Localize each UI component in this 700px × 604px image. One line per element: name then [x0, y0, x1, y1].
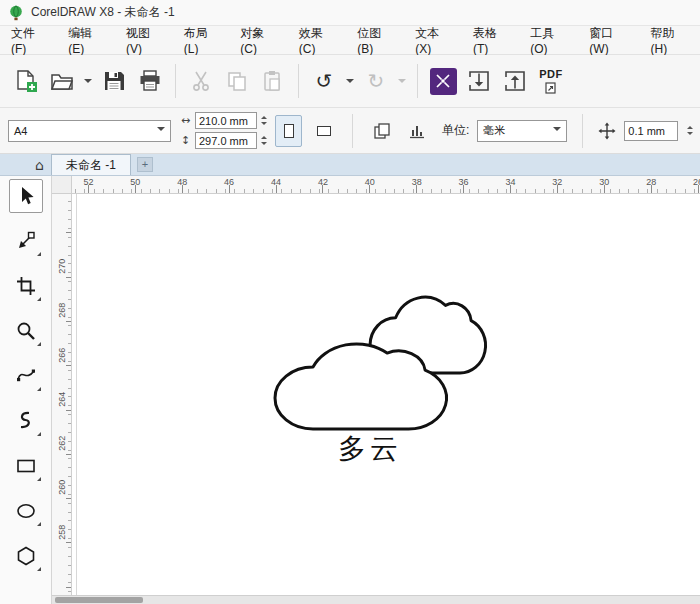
coreldraw-logo-icon [8, 5, 24, 21]
import-button[interactable] [461, 60, 497, 102]
document-tab-bar: ⌂ 未命名 -1 + [0, 154, 700, 176]
step-down-icon[interactable] [687, 132, 693, 135]
launcher-button[interactable] [425, 60, 461, 102]
ruler-number: 44 [253, 177, 300, 187]
save-button[interactable] [96, 60, 132, 102]
export-button[interactable] [497, 60, 533, 102]
menu-item[interactable]: 对象(C) [231, 26, 290, 54]
freehand-tool[interactable] [9, 359, 43, 393]
height-stepper[interactable] [261, 136, 267, 145]
step-up-icon[interactable] [261, 116, 267, 119]
page-size-value: A4 [14, 125, 27, 137]
menu-item[interactable]: 帮助(H) [641, 26, 700, 54]
import-icon [467, 69, 491, 93]
undo-button[interactable]: ↺ [306, 60, 342, 102]
horizontal-scrollbar[interactable] [52, 595, 700, 604]
redo-dropdown-button[interactable] [394, 60, 410, 102]
nudge-offset-input[interactable] [624, 121, 678, 141]
ruler-number: 38 [393, 177, 440, 187]
vertical-ruler[interactable]: 270268266264262260258 [52, 194, 72, 604]
landscape-button[interactable] [310, 115, 337, 147]
step-up-icon[interactable] [687, 126, 693, 129]
polygon-tool[interactable] [9, 539, 43, 573]
rectangle-tool[interactable] [9, 449, 43, 483]
ruler-number: 34 [487, 177, 534, 187]
menu-item[interactable]: 布局(L) [175, 26, 232, 54]
new-document-tab-button[interactable]: + [137, 157, 153, 172]
artistic-media-tool[interactable] [9, 404, 43, 438]
copy-button[interactable] [219, 60, 255, 102]
caption-text-object[interactable]: 多云 [308, 430, 432, 468]
vertical-ruler-numbers: 270268266264262260258 [52, 244, 72, 554]
document-tab-active[interactable]: 未命名 -1 [51, 154, 131, 175]
redo-icon: ↻ [368, 71, 385, 91]
ruler-number: 26 [675, 177, 700, 187]
step-up-icon[interactable] [261, 136, 267, 139]
step-down-icon[interactable] [261, 122, 267, 125]
ruler-number: 40 [346, 177, 393, 187]
paste-clipboard-icon [262, 70, 284, 92]
scrollbar-thumb[interactable] [55, 597, 143, 603]
nudge-stepper[interactable] [687, 126, 693, 135]
page-height-input[interactable] [195, 132, 257, 149]
new-document-button[interactable] [8, 60, 44, 102]
ellipse-tool[interactable] [9, 494, 43, 528]
chevron-down-icon [553, 127, 561, 135]
page-width-input[interactable] [195, 112, 257, 129]
ruler-number: 46 [206, 177, 253, 187]
drawing-layer[interactable] [72, 194, 700, 604]
redo-button[interactable]: ↻ [358, 60, 394, 102]
portrait-button[interactable] [275, 115, 302, 147]
page-width-row: ↔ [179, 112, 267, 129]
crop-tool[interactable] [9, 269, 43, 303]
units-value: 毫米 [483, 123, 505, 138]
pick-tool[interactable] [9, 179, 43, 213]
menu-item[interactable]: 效果(C) [290, 26, 349, 54]
menu-item[interactable]: 表格(T) [464, 26, 521, 54]
menu-item[interactable]: 文件(F) [2, 26, 59, 54]
publish-pdf-button[interactable]: PDF [533, 60, 569, 102]
units-label: 单位: [442, 122, 469, 139]
export-icon [503, 69, 527, 93]
zoom-tool-icon [16, 321, 36, 341]
ruler-number: 50 [112, 177, 159, 187]
open-button[interactable] [44, 60, 80, 102]
flyout-indicator [37, 567, 41, 571]
horizontal-ruler-numbers: 5250484644424038363432302826 [65, 177, 700, 187]
launcher-icon [430, 68, 457, 95]
chevron-down-icon [157, 127, 165, 135]
print-button[interactable] [132, 60, 168, 102]
menu-item[interactable]: 位图(B) [348, 26, 406, 54]
page-size-select[interactable]: A4 [8, 120, 171, 142]
current-page-button[interactable] [403, 115, 430, 147]
ruler-number: 32 [534, 177, 581, 187]
zoom-tool[interactable] [9, 314, 43, 348]
freehand-tool-icon [16, 366, 36, 386]
step-down-icon[interactable] [261, 142, 267, 145]
canvas-row: 270268266264262260258 多云 [52, 194, 700, 604]
menu-item[interactable]: 文本(X) [406, 26, 464, 54]
drawing-page[interactable]: 多云 [72, 194, 700, 604]
horizontal-ruler-row: 5250484644424038363432302826 [52, 176, 700, 194]
width-stepper[interactable] [261, 116, 267, 125]
shape-tool[interactable] [9, 224, 43, 258]
chevron-down-icon [84, 79, 92, 87]
menu-item[interactable]: 工具(O) [521, 26, 580, 54]
home-icon[interactable]: ⌂ [28, 155, 51, 175]
cut-button[interactable] [183, 60, 219, 102]
menu-item[interactable]: 视图(V) [117, 26, 175, 54]
open-folder-icon [50, 69, 74, 93]
units-select[interactable]: 毫米 [477, 120, 567, 142]
paste-button[interactable] [255, 60, 291, 102]
rectangle-tool-icon [16, 456, 36, 476]
undo-dropdown-button[interactable] [342, 60, 358, 102]
all-pages-button[interactable] [368, 115, 395, 147]
horizontal-ruler[interactable]: 5250484644424038363432302826 [72, 176, 700, 194]
landscape-icon [317, 126, 331, 136]
propbar-separator [352, 114, 353, 148]
open-dropdown-button[interactable] [80, 60, 96, 102]
new-document-icon [14, 69, 38, 93]
menu-item[interactable]: 编辑(E) [59, 26, 117, 54]
menu-item[interactable]: 窗口(W) [580, 26, 641, 54]
ruler-number: 42 [299, 177, 346, 187]
